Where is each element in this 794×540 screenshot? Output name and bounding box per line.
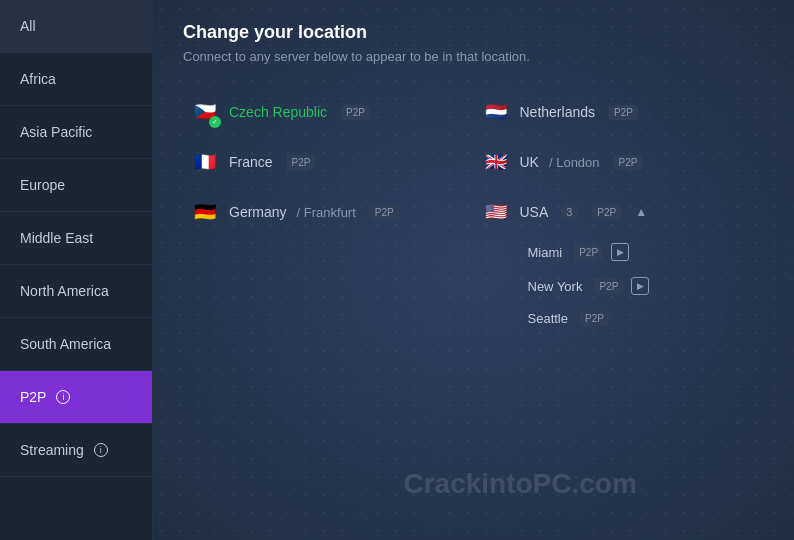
city-name-new-york: New York [528,279,583,294]
play-icon-miami[interactable]: ▶ [611,243,629,261]
city-item-seattle[interactable]: SeattleP2P [520,304,765,333]
info-icon-streaming[interactable]: i [94,443,108,457]
city-name-miami: Miami [528,245,563,260]
badge-miami: P2P [574,245,603,260]
badge-germany: P2P [370,205,399,220]
server-item-france[interactable]: 🇫🇷FranceP2P [183,138,474,186]
sidebar-item-europe[interactable]: Europe [0,159,152,212]
main-panel: Change your location Connect to any serv… [153,0,794,540]
flag-uk: 🇬🇧 [482,148,510,176]
watermark: CrackintoPC.com [403,468,636,500]
sidebar: AllAfricaAsia PacificEuropeMiddle EastNo… [0,0,153,540]
sidebar-label-south-america: South America [20,336,111,352]
usa-expand-icon: ▲ [635,205,647,219]
sidebar-label-north-america: North America [20,283,109,299]
server-name-netherlands: Netherlands [520,104,596,120]
page-subtitle: Connect to any server below to appear to… [183,49,764,64]
sidebar-label-middle-east: Middle East [20,230,93,246]
sidebar-item-p2p[interactable]: P2Pi [0,371,152,424]
sidebar-label-p2p: P2P [20,389,46,405]
sidebar-item-africa[interactable]: Africa [0,53,152,106]
city-item-new-york[interactable]: New YorkP2P▶ [520,270,765,302]
server-item-czech[interactable]: 🇨🇿✓Czech RepublicP2P [183,88,474,136]
usa-header[interactable]: 🇺🇸USA3P2P▲ [474,188,765,236]
sidebar-label-europe: Europe [20,177,65,193]
play-icon-new-york[interactable]: ▶ [631,277,649,295]
flag-netherlands: 🇳🇱 [482,98,510,126]
badge-usa: P2P [592,205,621,220]
sidebar-label-streaming: Streaming [20,442,84,458]
server-column-right: 🇳🇱NetherlandsP2P🇬🇧UK/ LondonP2P🇺🇸USA3P2P… [474,88,765,333]
sidebar-item-streaming[interactable]: Streamingi [0,424,152,477]
city-item-miami[interactable]: MiamiP2P▶ [520,236,765,268]
info-icon-p2p[interactable]: i [56,390,70,404]
server-name-france: France [229,154,273,170]
sidebar-item-asia-pacific[interactable]: Asia Pacific [0,106,152,159]
server-grid: 🇨🇿✓Czech RepublicP2P🇫🇷FranceP2P🇩🇪Germany… [183,88,764,333]
server-name-czech: Czech Republic [229,104,327,120]
sidebar-item-south-america[interactable]: South America [0,318,152,371]
server-column-left: 🇨🇿✓Czech RepublicP2P🇫🇷FranceP2P🇩🇪Germany… [183,88,474,333]
badge-netherlands: P2P [609,105,638,120]
usa-cities: MiamiP2P▶New YorkP2P▶SeattleP2P [474,236,765,333]
flag-czech: 🇨🇿✓ [191,98,219,126]
badge-czech: P2P [341,105,370,120]
flag-usa: 🇺🇸 [482,198,510,226]
server-sub-germany: / Frankfurt [297,205,356,220]
server-name-germany: Germany [229,204,287,220]
usa-count: 3 [560,203,578,221]
server-item-germany[interactable]: 🇩🇪Germany/ FrankfurtP2P [183,188,474,236]
usa-section: 🇺🇸USA3P2P▲MiamiP2P▶New YorkP2P▶SeattleP2… [474,188,765,333]
sidebar-label-africa: Africa [20,71,56,87]
sidebar-label-all: All [20,18,36,34]
badge-new-york: P2P [594,279,623,294]
sidebar-item-all[interactable]: All [0,0,152,53]
flag-france: 🇫🇷 [191,148,219,176]
server-item-netherlands[interactable]: 🇳🇱NetherlandsP2P [474,88,765,136]
server-name-usa: USA [520,204,549,220]
server-name-uk: UK [520,154,539,170]
active-check-czech: ✓ [209,116,221,128]
page-title: Change your location [183,22,764,43]
sidebar-label-asia-pacific: Asia Pacific [20,124,92,140]
sidebar-item-north-america[interactable]: North America [0,265,152,318]
server-sub-uk: / London [549,155,600,170]
city-name-seattle: Seattle [528,311,568,326]
server-item-uk[interactable]: 🇬🇧UK/ LondonP2P [474,138,765,186]
flag-germany: 🇩🇪 [191,198,219,226]
badge-seattle: P2P [580,311,609,326]
sidebar-item-middle-east[interactable]: Middle East [0,212,152,265]
badge-france: P2P [287,155,316,170]
badge-uk: P2P [614,155,643,170]
